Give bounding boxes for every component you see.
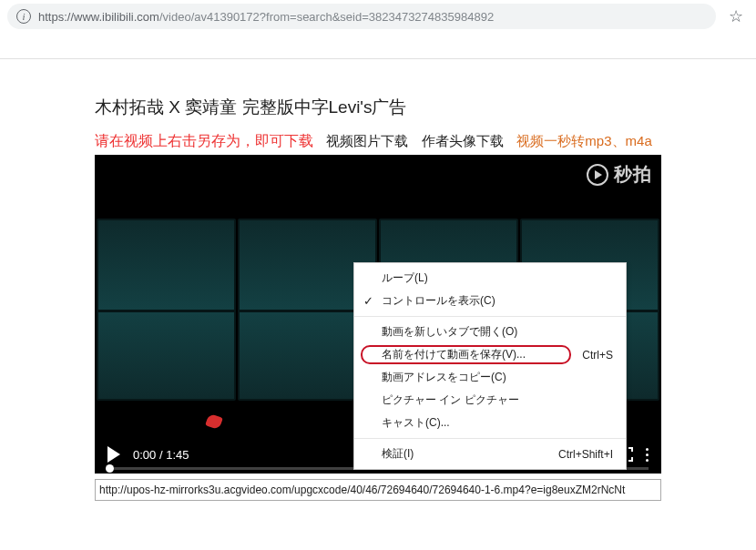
ctx-cast[interactable]: キャスト(C)... bbox=[354, 412, 626, 434]
ctx-show-controls[interactable]: ✓ コントロールを表示(C) bbox=[354, 290, 626, 312]
ctx-shortcut: Ctrl+Shift+I bbox=[558, 448, 613, 461]
page-title: 木村拓哉 X 窦靖童 完整版中字Levi's广告 bbox=[95, 96, 661, 119]
video-content bbox=[97, 219, 236, 401]
link-video-image[interactable]: 视频图片下载 bbox=[326, 133, 408, 148]
watermark: 秒拍 bbox=[587, 162, 652, 187]
ctx-separator bbox=[354, 438, 626, 439]
ctx-copy-video-address[interactable]: 動画アドレスをコピー(C) bbox=[354, 366, 626, 389]
video-player[interactable]: 秒拍 0:00 / 1:45 ループ(L) ✓ コントロールを表示(C) bbox=[95, 155, 661, 474]
ctx-label: コントロールを表示(C) bbox=[382, 293, 495, 309]
ctx-label: 名前を付けて動画を保存(V)... bbox=[382, 347, 526, 362]
link-author-avatar[interactable]: 作者头像下载 bbox=[422, 133, 504, 148]
url-field[interactable]: i https://www.ibilibili.com/video/av4139… bbox=[7, 4, 716, 29]
ctx-label: ピクチャー イン ピクチャー bbox=[382, 392, 519, 408]
url-text: https://www.ibilibili.com/video/av413901… bbox=[38, 10, 494, 24]
ctx-shortcut: Ctrl+S bbox=[582, 349, 613, 362]
address-bar: i https://www.ibilibili.com/video/av4139… bbox=[0, 0, 756, 33]
ctx-picture-in-picture[interactable]: ピクチャー イン ピクチャー bbox=[354, 389, 626, 412]
ctx-label: キャスト(C)... bbox=[382, 415, 450, 431]
ctx-loop[interactable]: ループ(L) bbox=[354, 267, 626, 290]
download-hint: 请在视频上右击另存为，即可下载 bbox=[95, 133, 313, 148]
ctx-save-video-as[interactable]: 名前を付けて動画を保存(V)... Ctrl+S bbox=[354, 343, 626, 366]
ctx-label: 動画を新しいタブで開く(O) bbox=[382, 324, 517, 340]
watermark-text: 秒拍 bbox=[614, 162, 652, 187]
check-icon: ✓ bbox=[363, 294, 373, 308]
download-links-row: 请在视频上右击另存为，即可下载 视频图片下载 作者头像下载 视频一秒转mp3、m… bbox=[95, 132, 661, 151]
ctx-label: 動画アドレスをコピー(C) bbox=[382, 370, 506, 385]
ctx-label: 検証(I) bbox=[382, 446, 414, 462]
link-convert-mp3[interactable]: 视频一秒转mp3、m4a bbox=[516, 133, 651, 148]
watermark-play-icon bbox=[587, 164, 608, 186]
bookmark-star-icon[interactable]: ☆ bbox=[723, 6, 749, 26]
ctx-open-new-tab[interactable]: 動画を新しいタブで開く(O) bbox=[354, 321, 626, 343]
play-button-icon[interactable] bbox=[107, 446, 120, 463]
ctx-inspect[interactable]: 検証(I) Ctrl+Shift+I bbox=[354, 443, 626, 465]
time-display: 0:00 / 1:45 bbox=[133, 448, 189, 462]
progress-thumb[interactable] bbox=[106, 464, 114, 473]
site-info-icon[interactable]: i bbox=[16, 9, 31, 24]
video-url-input[interactable] bbox=[95, 479, 661, 501]
ctx-label: ループ(L) bbox=[382, 270, 428, 286]
more-options-icon[interactable] bbox=[646, 448, 649, 462]
context-menu: ループ(L) ✓ コントロールを表示(C) 動画を新しいタブで開く(O) 名前を… bbox=[353, 262, 627, 470]
ctx-separator bbox=[354, 316, 626, 317]
